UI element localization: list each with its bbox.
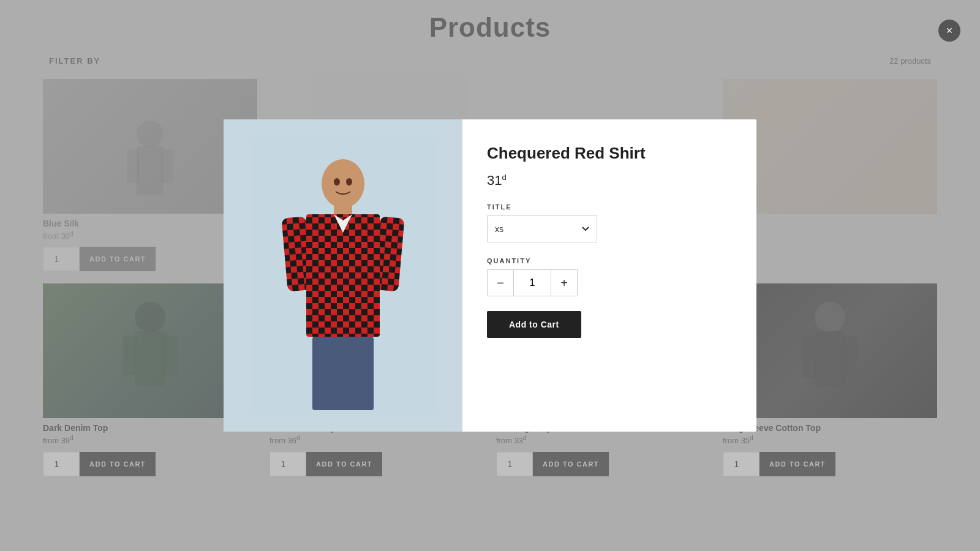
- svg-point-32: [346, 178, 352, 186]
- title-select[interactable]: xs s m l xl: [487, 216, 597, 242]
- page-background: Products FILTER BY 22 products Blue Silk: [0, 0, 980, 551]
- title-field-label: TITLE: [487, 203, 732, 211]
- modal-dialog: Chequered Red Shirt 31d TITLE xs s m l x…: [224, 119, 756, 432]
- modal-add-to-cart-button[interactable]: Add to Cart: [487, 311, 581, 338]
- modal-price-display: 31d: [487, 173, 732, 189]
- modal-product-image: [224, 119, 462, 432]
- modal-image-section: [224, 119, 462, 432]
- modal-overlay[interactable]: ×: [0, 0, 980, 551]
- modal-product-name: Chequered Red Shirt: [487, 144, 732, 163]
- quantity-decrease-button[interactable]: −: [487, 269, 514, 296]
- modal-content: Chequered Red Shirt 31d TITLE xs s m l x…: [462, 119, 756, 432]
- modal-close-button[interactable]: ×: [938, 20, 960, 42]
- svg-point-31: [334, 178, 340, 186]
- svg-rect-30: [312, 337, 374, 410]
- quantity-section: QUANTITY − 1 +: [487, 257, 732, 296]
- quantity-controls: − 1 +: [487, 269, 732, 296]
- quantity-label: QUANTITY: [487, 257, 732, 264]
- quantity-value: 1: [514, 269, 551, 296]
- quantity-increase-button[interactable]: +: [551, 269, 578, 296]
- svg-point-21: [322, 159, 364, 208]
- title-field: TITLE xs s m l xl: [487, 203, 732, 242]
